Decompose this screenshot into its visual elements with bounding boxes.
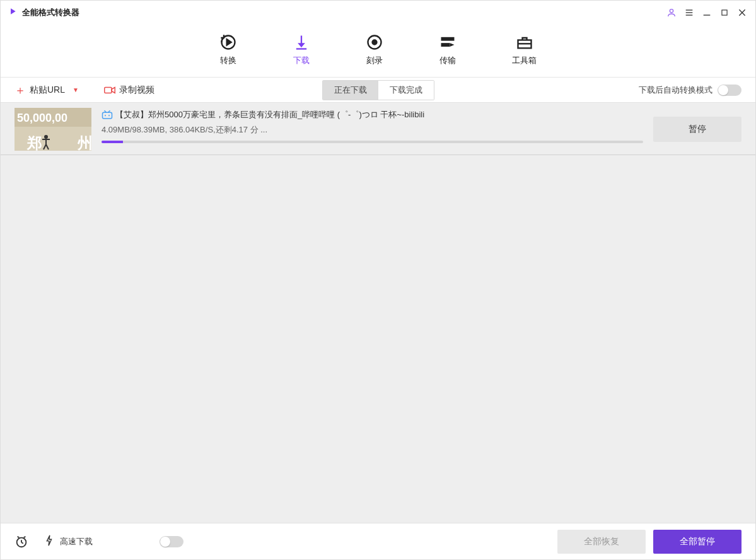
progress-bar: [102, 141, 643, 143]
main-nav: 转换 下载 刻录 传输 工具箱: [1, 25, 755, 78]
app-title: 全能格式转换器: [22, 7, 79, 18]
maximize-icon[interactable]: [719, 7, 730, 18]
pause-button[interactable]: 暂停: [653, 117, 741, 142]
app-window: 全能格式转换器 转换: [0, 0, 756, 560]
pause-all-button[interactable]: 全部暂停: [653, 530, 741, 554]
bottom-bar: 高速下载 全部恢复 全部暂停: [1, 523, 755, 559]
close-icon[interactable]: [736, 7, 748, 18]
svg-line-39: [24, 536, 26, 537]
svg-marker-9: [227, 39, 231, 45]
task-title: 【艾叔】郑州5000万豪宅里，养条巨贵有没有排面_哔哩哔哩 (゜-゜)つロ 干杯…: [115, 109, 424, 120]
nav-label: 传输: [439, 55, 456, 66]
auto-convert-label: 下载后自动转换模式: [639, 85, 712, 96]
nav-convert[interactable]: 转换: [214, 28, 242, 74]
task-progress-text: 4.09MB/98.39MB, 386.04KB/S,还剩4.17 分 ...: [102, 124, 643, 136]
svg-rect-13: [441, 37, 455, 40]
svg-marker-19: [112, 87, 115, 93]
menu-icon[interactable]: [683, 7, 695, 18]
svg-text:州: 州: [77, 134, 91, 151]
user-icon[interactable]: [666, 7, 677, 18]
svg-marker-15: [450, 43, 455, 47]
svg-marker-40: [47, 535, 51, 545]
download-list: 50,000,00 州 郑 【艾叔】郑州5000万豪宅里，养条巨贵有没有排面_哔…: [1, 103, 755, 523]
progress-fill: [102, 141, 123, 143]
svg-rect-10: [296, 48, 306, 49]
toolbar-left: ＋ 粘贴URL ▼ 录制视频: [15, 83, 154, 98]
tab-switch: 正在下载 下载完成: [322, 80, 434, 100]
task-info: 【艾叔】郑州5000万豪宅里，养条巨贵有没有排面_哔哩哔哩 (゜-゜)つロ 干杯…: [102, 108, 643, 143]
svg-point-12: [373, 40, 377, 44]
bottom-right: 全部恢复 全部暂停: [557, 530, 741, 554]
window-controls: [666, 7, 748, 18]
download-task: 50,000,00 州 郑 【艾叔】郑州5000万豪宅里，养条巨贵有没有排面_哔…: [1, 103, 755, 155]
nav-transfer[interactable]: 传输: [434, 28, 462, 74]
toolbar-right: 下载后自动转换模式: [639, 85, 741, 96]
toolbox-icon: [516, 33, 533, 51]
nav-download[interactable]: 下载: [288, 28, 315, 74]
paste-url-button[interactable]: ＋ 粘贴URL ▼: [15, 83, 79, 98]
toolbar: ＋ 粘贴URL ▼ 录制视频 正在下载 下载完成 下载后自动转换模式: [1, 78, 755, 103]
app-logo: 全能格式转换器: [8, 7, 79, 18]
camera-icon: [104, 86, 115, 95]
svg-rect-5: [722, 10, 727, 15]
svg-rect-30: [103, 112, 112, 119]
convert-icon: [219, 33, 237, 51]
tab-downloading[interactable]: 正在下载: [323, 81, 378, 100]
bilibili-icon: [102, 110, 113, 120]
svg-line-38: [18, 536, 20, 537]
nav-label: 转换: [220, 55, 236, 66]
nav-label: 刻录: [366, 55, 383, 66]
svg-rect-18: [105, 87, 112, 93]
schedule-icon[interactable]: [15, 535, 28, 549]
svg-text:郑: 郑: [26, 134, 42, 151]
bottom-left: 高速下载: [15, 535, 183, 549]
fast-download-label: 高速下载: [60, 536, 93, 547]
nav-burn[interactable]: 刻录: [361, 28, 388, 74]
play-icon: [8, 7, 17, 18]
plus-icon: ＋: [15, 83, 26, 98]
svg-rect-14: [441, 43, 450, 47]
paste-url-label: 粘贴URL: [30, 85, 65, 96]
record-video-label: 录制视频: [119, 85, 154, 96]
task-thumbnail: 50,000,00 州 郑: [15, 108, 91, 151]
resume-all-button[interactable]: 全部恢复: [557, 530, 646, 554]
burn-icon: [366, 33, 383, 51]
auto-convert-toggle[interactable]: [718, 85, 741, 96]
nav-label: 下载: [293, 55, 310, 66]
bolt-icon: [45, 535, 54, 548]
svg-point-0: [670, 9, 673, 13]
transfer-icon: [439, 33, 457, 51]
minimize-icon[interactable]: [701, 7, 712, 18]
fast-download-group: 高速下载: [45, 535, 93, 548]
tab-finished[interactable]: 下载完成: [378, 81, 434, 100]
fast-download-toggle[interactable]: [160, 536, 183, 547]
nav-label: 工具箱: [512, 55, 537, 66]
nav-toolbox[interactable]: 工具箱: [507, 28, 542, 74]
titlebar: 全能格式转换器: [1, 1, 755, 25]
svg-text:50,000,00: 50,000,00: [17, 112, 67, 124]
svg-point-23: [44, 135, 48, 139]
chevron-down-icon: ▼: [73, 86, 79, 93]
record-video-button[interactable]: 录制视频: [104, 85, 154, 96]
download-icon: [293, 33, 310, 51]
svg-line-37: [21, 542, 23, 543]
task-title-row: 【艾叔】郑州5000万豪宅里，养条巨贵有没有排面_哔哩哔哩 (゜-゜)つロ 干杯…: [102, 109, 643, 120]
